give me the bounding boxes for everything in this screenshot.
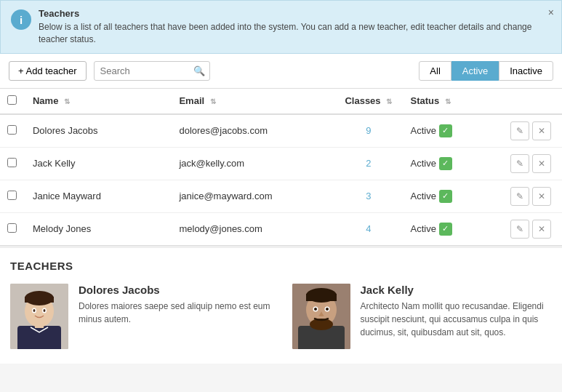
- info-banner: i Teachers Below is a list of all teache…: [0, 0, 562, 54]
- teacher-name-0: Dolores Jacobs: [79, 284, 270, 296]
- row-email-0: dolores@jacobs.com: [172, 114, 334, 148]
- status-check-icon-1: ✓: [439, 157, 452, 170]
- row-status-0: Active ✓: [404, 114, 504, 148]
- teacher-avatar-0: [10, 284, 68, 349]
- classes-column-header[interactable]: Classes ⇅: [334, 89, 403, 114]
- close-button[interactable]: ×: [548, 7, 554, 18]
- teachers-section: TEACHERS: [0, 246, 562, 364]
- table-row: Melody Jones melody@jones.com 4 Active ✓…: [0, 212, 562, 245]
- add-teacher-button[interactable]: + Add teacher: [9, 61, 87, 81]
- delete-button-0[interactable]: ✕: [532, 121, 551, 140]
- row-status-3: Active ✓: [404, 212, 504, 245]
- delete-button-1[interactable]: ✕: [532, 154, 551, 173]
- teacher-card-1: Jack Kelly Architecto Nam mollit quo rec…: [292, 284, 553, 349]
- search-input[interactable]: [94, 61, 210, 81]
- info-text: Teachers Below is a list of all teachers…: [39, 8, 551, 46]
- svg-rect-1: [17, 326, 61, 349]
- row-name-0: Dolores Jacobs: [25, 114, 172, 148]
- row-actions-3: ✎ ✕: [503, 212, 562, 245]
- select-all-header: [0, 89, 25, 114]
- svg-point-8: [33, 309, 36, 312]
- row-classes-2: 3: [334, 180, 403, 212]
- svg-rect-15: [306, 294, 337, 301]
- row-classes-link-2[interactable]: 3: [366, 191, 371, 201]
- row-checkbox-0[interactable]: [7, 125, 17, 135]
- search-icon: 🔍: [193, 65, 205, 76]
- table-row: Dolores Jacobs dolores@jacobs.com 9 Acti…: [0, 114, 562, 148]
- row-name-3: Melody Jones: [25, 212, 172, 245]
- row-classes-1: 2: [334, 147, 403, 180]
- email-column-header[interactable]: Email ⇅: [172, 89, 334, 114]
- table-row: Janice Mayward janice@mayward.com 3 Acti…: [0, 180, 562, 212]
- filter-buttons: All Active Inactive: [419, 61, 553, 81]
- info-icon: i: [11, 9, 31, 30]
- teacher-bio-0: Dolores maiores saepe sed aliquip nemo e…: [79, 300, 270, 326]
- banner-title: Teachers: [39, 8, 551, 19]
- toolbar: + Add teacher 🔍 All Active Inactive: [0, 54, 562, 89]
- status-badge-3: Active ✓: [411, 223, 452, 236]
- teacher-avatar-1: [292, 284, 350, 349]
- teachers-section-title: TEACHERS: [10, 260, 552, 272]
- status-check-icon-2: ✓: [439, 190, 452, 203]
- status-badge-1: Active ✓: [411, 157, 452, 170]
- filter-inactive-button[interactable]: Inactive: [499, 61, 553, 81]
- row-checkbox-1[interactable]: [7, 158, 17, 167]
- filter-all-button[interactable]: All: [419, 61, 451, 81]
- filter-active-button[interactable]: Active: [451, 61, 499, 81]
- row-classes-link-3[interactable]: 4: [366, 223, 371, 234]
- teacher-card-0: Dolores Jacobs Dolores maiores saepe sed…: [10, 284, 270, 349]
- svg-point-20: [326, 308, 329, 311]
- table-row: Jack Kelly jack@kelly.com 2 Active ✓ ✎ ✕: [0, 147, 562, 180]
- edit-button-0[interactable]: ✎: [510, 121, 529, 140]
- row-checkbox-2[interactable]: [7, 191, 17, 200]
- status-check-icon-3: ✓: [439, 223, 452, 236]
- edit-button-1[interactable]: ✎: [510, 154, 529, 173]
- actions-column-header: [503, 89, 562, 114]
- row-actions-2: ✎ ✕: [503, 180, 562, 212]
- teacher-info-0: Dolores Jacobs Dolores maiores saepe sed…: [79, 284, 270, 349]
- actions-cell-2: ✎ ✕: [510, 187, 555, 206]
- row-actions-0: ✎ ✕: [503, 114, 562, 148]
- classes-sort-icon: ⇅: [386, 97, 392, 105]
- status-check-icon-0: ✓: [439, 124, 452, 137]
- row-email-2: janice@mayward.com: [172, 180, 334, 212]
- row-checkbox-3[interactable]: [7, 223, 17, 233]
- name-sort-icon: ⇅: [64, 97, 70, 105]
- row-classes-link-0[interactable]: 9: [366, 125, 371, 136]
- row-name-2: Janice Mayward: [25, 180, 172, 212]
- delete-button-3[interactable]: ✕: [532, 220, 551, 239]
- row-email-3: melody@jones.com: [172, 212, 334, 245]
- svg-rect-5: [25, 297, 54, 303]
- row-name-1: Jack Kelly: [25, 147, 172, 180]
- row-checkbox-cell-2: [0, 180, 25, 212]
- teachers-table: Name ⇅ Email ⇅ Classes ⇅ Status ⇅: [0, 89, 562, 245]
- status-column-header[interactable]: Status ⇅: [404, 89, 504, 114]
- teacher-bio-1: Architecto Nam mollit quo recusandae. El…: [361, 300, 553, 339]
- status-sort-icon: ⇅: [445, 97, 451, 105]
- row-checkbox-cell-3: [0, 212, 25, 245]
- edit-button-3[interactable]: ✎: [510, 220, 529, 239]
- teacher-cards: Dolores Jacobs Dolores maiores saepe sed…: [10, 284, 552, 349]
- table-header-row: Name ⇅ Email ⇅ Classes ⇅ Status ⇅: [0, 89, 562, 114]
- row-email-1: jack@kelly.com: [172, 147, 334, 180]
- select-all-checkbox[interactable]: [7, 95, 17, 105]
- row-actions-1: ✎ ✕: [503, 147, 562, 180]
- banner-description: Below is a list of all teachers that hav…: [39, 21, 551, 46]
- delete-button-2[interactable]: ✕: [532, 187, 551, 206]
- svg-point-19: [314, 308, 317, 311]
- row-checkbox-cell-0: [0, 114, 25, 148]
- edit-button-2[interactable]: ✎: [510, 187, 529, 206]
- teachers-table-wrap: Name ⇅ Email ⇅ Classes ⇅ Status ⇅: [0, 89, 562, 246]
- row-status-1: Active ✓: [404, 147, 504, 180]
- email-sort-icon: ⇅: [210, 97, 216, 105]
- row-status-2: Active ✓: [404, 180, 504, 212]
- row-classes-link-1[interactable]: 2: [366, 158, 371, 169]
- search-wrapper: 🔍: [94, 61, 210, 81]
- status-badge-2: Active ✓: [411, 190, 452, 203]
- svg-point-9: [44, 309, 46, 312]
- teacher-info-1: Jack Kelly Architecto Nam mollit quo rec…: [361, 284, 553, 349]
- actions-cell-3: ✎ ✕: [510, 220, 555, 239]
- actions-cell-0: ✎ ✕: [510, 121, 555, 140]
- name-column-header[interactable]: Name ⇅: [25, 89, 172, 114]
- row-classes-3: 4: [334, 212, 403, 245]
